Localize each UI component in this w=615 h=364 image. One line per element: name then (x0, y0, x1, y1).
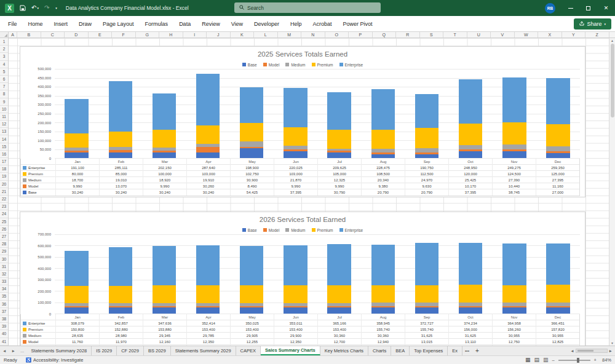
row-header-27[interactable]: 27 (0, 233, 8, 240)
column-header-S[interactable]: S (420, 32, 444, 38)
column-header-H[interactable]: H (159, 32, 183, 38)
zoom-out-icon[interactable]: – (552, 357, 554, 363)
row-header-37[interactable]: 37 (0, 308, 8, 315)
row-header-38[interactable]: 38 (0, 315, 8, 323)
column-header-Y[interactable]: Y (562, 32, 586, 38)
column-header-U[interactable]: U (467, 32, 491, 38)
row-header-22[interactable]: 22 (0, 196, 8, 203)
sheet-tab-cf-2029[interactable]: CF 2029 (117, 346, 144, 355)
page-layout-view-icon[interactable]: ▤ (534, 357, 539, 363)
redo-icon[interactable]: ↷ (44, 5, 49, 11)
row-header-20[interactable]: 20 (0, 181, 8, 188)
row-header-16[interactable]: 16 (0, 151, 8, 158)
row-header-1[interactable]: 1 (0, 38, 8, 46)
zoom-in-icon[interactable]: + (594, 357, 597, 363)
column-header-E[interactable]: E (89, 32, 113, 38)
customize-quick-access-icon[interactable]: ▾ (55, 7, 57, 10)
vertical-scrollbar[interactable]: ▲ ▼ (609, 38, 615, 346)
undo-icon[interactable]: ↶▾ (31, 5, 39, 11)
scroll-up-icon[interactable]: ▲ (611, 39, 614, 42)
column-header-F[interactable]: F (112, 32, 136, 38)
row-header-23[interactable]: 23 (0, 203, 8, 210)
row-header-33[interactable]: 33 (0, 278, 8, 285)
ribbon-tab-formulas[interactable]: Formulas (140, 16, 174, 32)
column-header-T[interactable]: T (443, 32, 467, 38)
sheet-tab-statements-summary-2029[interactable]: Statements Summary 2029 (171, 346, 236, 355)
normal-view-icon[interactable]: ▦ (525, 357, 531, 363)
tab-scroll-left-icon[interactable]: ◄ (0, 346, 9, 355)
column-header-L[interactable]: L (254, 32, 278, 38)
row-header-8[interactable]: 8 (0, 90, 8, 98)
column-header-M[interactable]: M (278, 32, 302, 38)
row-header-4[interactable]: 4 (0, 61, 8, 68)
chart-2026-services-totals[interactable]: 2026 Services Total Earned BaseModelMedi… (20, 212, 585, 346)
page-break-view-icon[interactable]: ▥ (543, 357, 549, 363)
row-header-2[interactable]: 2 (0, 46, 8, 53)
row-header-17[interactable]: 17 (0, 158, 8, 165)
row-header-32[interactable]: 32 (0, 271, 8, 278)
ribbon-tab-review[interactable]: Review (196, 16, 226, 32)
close-button[interactable]: ✕ (597, 0, 615, 16)
sheet-grid[interactable]: 2025 Services Totals Earned BaseModelMed… (9, 38, 615, 346)
ribbon-tab-insert[interactable]: Insert (49, 16, 74, 32)
row-header-10[interactable]: 10 (0, 106, 8, 113)
column-header-R[interactable]: R (396, 32, 420, 38)
column-header-Q[interactable]: Q (373, 32, 397, 38)
row-header-18[interactable]: 18 (0, 165, 8, 173)
sheet-tab-is-2029[interactable]: IS 2029 (92, 346, 117, 355)
row-header-15[interactable]: 15 (0, 143, 8, 151)
select-all-corner[interactable] (0, 32, 9, 38)
column-header-D[interactable]: D (65, 32, 89, 38)
row-header-9[interactable]: 9 (0, 98, 8, 106)
column-header-N[interactable]: N (301, 32, 325, 38)
zoom-slider-thumb[interactable] (577, 358, 579, 363)
ribbon-tab-draw[interactable]: Draw (73, 16, 97, 32)
column-header-B[interactable]: B (17, 32, 41, 38)
ribbon-tab-view[interactable]: View (226, 16, 248, 32)
ribbon-tab-data[interactable]: Data (173, 16, 196, 32)
row-header-7[interactable]: 7 (0, 83, 8, 90)
ribbon-tab-power-pivot[interactable]: Power Pivot (338, 16, 378, 32)
column-header-G[interactable]: G (136, 32, 160, 38)
scroll-down-icon[interactable]: ▼ (611, 341, 614, 345)
sheet-tab-bea[interactable]: BEA (391, 346, 410, 355)
row-header-11[interactable]: 11 (0, 113, 8, 121)
row-header-40[interactable]: 40 (0, 330, 8, 338)
row-header-29[interactable]: 29 (0, 248, 8, 255)
column-header-I[interactable]: I (183, 32, 207, 38)
sheet-tab-ex[interactable]: Ex (448, 346, 462, 355)
column-header-C[interactable]: C (41, 32, 65, 38)
user-avatar[interactable]: RB (545, 3, 555, 14)
row-header-35[interactable]: 35 (0, 293, 8, 300)
row-header-26[interactable]: 26 (0, 226, 8, 233)
column-header-K[interactable]: K (231, 32, 255, 38)
row-header-14[interactable]: 14 (0, 135, 8, 143)
sheet-tab-key-metrics-charts[interactable]: Key Metrics Charts (320, 346, 368, 355)
sheet-tab-top-expenses[interactable]: Top Expenses (410, 346, 448, 355)
ribbon-tab-developer[interactable]: Developer (248, 16, 285, 32)
zoom-slider[interactable] (558, 360, 590, 361)
column-header-A[interactable]: A (9, 32, 17, 38)
column-header-X[interactable]: X (538, 32, 562, 38)
row-header-21[interactable]: 21 (0, 188, 8, 196)
sheet-tab-charts[interactable]: Charts (368, 346, 391, 355)
share-button[interactable]: Share ▾ (574, 18, 611, 30)
restore-button[interactable] (579, 0, 597, 16)
ribbon-tab-help[interactable]: Help (285, 16, 308, 32)
row-header-31[interactable]: 31 (0, 263, 8, 271)
row-header-6[interactable]: 6 (0, 76, 8, 83)
ribbon-tab-home[interactable]: Home (23, 16, 49, 32)
row-header-39[interactable]: 39 (0, 323, 8, 330)
accessibility-status[interactable]: ♿ Accessibility: Investigate (26, 357, 84, 363)
column-header-O[interactable]: O (325, 32, 349, 38)
add-sheet-button[interactable]: + (472, 346, 483, 355)
row-header-36[interactable]: 36 (0, 301, 8, 308)
row-header-5[interactable]: 5 (0, 68, 8, 76)
column-header-W[interactable]: W (515, 32, 539, 38)
save-icon[interactable] (20, 5, 26, 11)
row-header-13[interactable]: 13 (0, 128, 8, 135)
tab-scroll-right-icon[interactable]: ► (9, 346, 17, 355)
search-box[interactable]: Search (234, 2, 381, 13)
scroll-right-icon[interactable]: ► (609, 349, 613, 353)
ribbon-tab-page-layout[interactable]: Page Layout (97, 16, 140, 32)
